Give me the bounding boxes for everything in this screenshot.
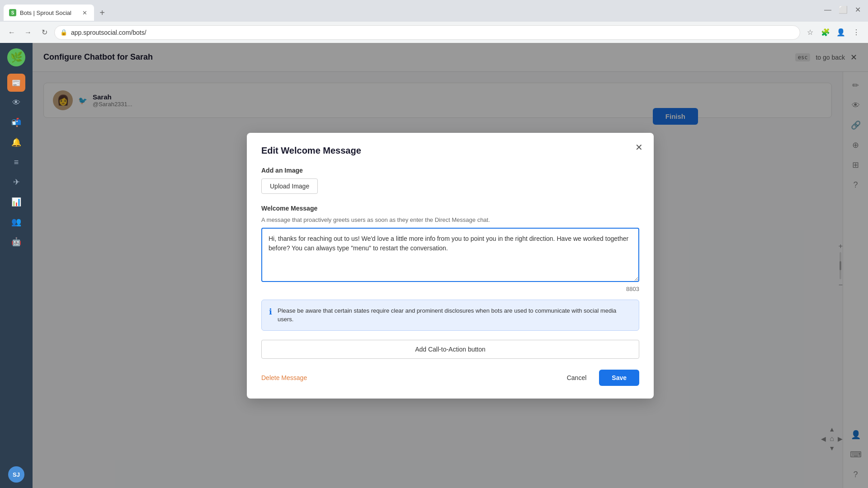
modal-backdrop: Edit Welcome Message ✕ Add an Image Uplo… (33, 43, 868, 488)
bookmark-star-button[interactable]: ☆ (804, 26, 816, 39)
footer-actions: Cancel Save (560, 370, 639, 386)
window-controls: — ⬜ ✕ (824, 5, 861, 14)
sidebar-icon-contacts[interactable]: 👥 (7, 213, 25, 231)
modal-footer: Delete Message Cancel Save (261, 370, 639, 386)
sidebar-icon-inbox[interactable]: 📬 (7, 113, 25, 131)
refresh-button[interactable]: ↻ (38, 26, 51, 39)
active-tab[interactable]: S Bots | Sprout Social ✕ (4, 5, 94, 21)
delete-message-link[interactable]: Delete Message (261, 374, 307, 381)
main-content: Configure Chatbot for Sarah esc to go ba… (33, 43, 868, 488)
address-bar[interactable]: 🔒 app.sproutsocial.com/bots/ (54, 25, 800, 40)
cancel-button[interactable]: Cancel (560, 370, 594, 386)
upload-image-button[interactable]: Upload Image (261, 178, 318, 194)
save-button[interactable]: Save (599, 370, 639, 386)
url-text: app.sproutsocial.com/bots/ (71, 29, 146, 36)
sidebar-icon-publishing[interactable]: ✈ (7, 173, 25, 191)
browser-controls: ← → ↻ 🔒 app.sproutsocial.com/bots/ ☆ 🧩 👤… (0, 22, 868, 43)
ssl-icon: 🔒 (60, 29, 67, 36)
extensions-button[interactable]: 🧩 (819, 26, 832, 39)
char-count: 8803 (261, 286, 639, 292)
menu-button[interactable]: ⋮ (850, 26, 863, 39)
info-box: ℹ Please be aware that certain states re… (261, 300, 639, 331)
sidebar-icon-bots[interactable]: 🤖 (7, 233, 25, 251)
message-section-label: Welcome Message (261, 205, 639, 212)
user-avatar-sidebar[interactable]: SJ (8, 466, 24, 483)
sidebar-icon-monitor[interactable]: 👁 (7, 94, 25, 112)
modal-title: Edit Welcome Message (261, 145, 639, 156)
sidebar-icon-notifications[interactable]: 🔔 (7, 133, 25, 151)
browser-chrome: S Bots | Sprout Social ✕ + — ⬜ ✕ ← → ↻ 🔒… (0, 0, 868, 43)
new-tab-button[interactable]: + (96, 6, 108, 19)
profile-button[interactable]: 👤 (835, 26, 847, 39)
app-container: 🌿 📰 👁 📬 🔔 ≡ ✈ 📊 👥 🤖 SJ Configure Chatbot… (0, 43, 868, 488)
sidebar-icon-feed[interactable]: 📰 (7, 74, 25, 92)
sprout-logo[interactable]: 🌿 (7, 48, 25, 66)
image-section-label: Add an Image (261, 167, 639, 174)
sidebar-icon-tasks[interactable]: ≡ (7, 153, 25, 171)
add-cta-button[interactable]: Add Call-to-Action button (261, 340, 639, 359)
tab-favicon: S (9, 9, 16, 16)
maximize-button[interactable]: ⬜ (839, 5, 848, 14)
minimize-button[interactable]: — (824, 6, 831, 14)
back-button[interactable]: ← (5, 26, 18, 39)
sidebar-left: 🌿 📰 👁 📬 🔔 ≡ ✈ 📊 👥 🤖 SJ (0, 43, 33, 488)
tab-close-button[interactable]: ✕ (80, 9, 89, 17)
welcome-message-textarea[interactable]: Hi, thanks for reaching out to us! We'd … (261, 228, 639, 282)
tab-bar: S Bots | Sprout Social ✕ + — ⬜ ✕ (0, 0, 868, 22)
sidebar-icon-analytics[interactable]: 📊 (7, 193, 25, 211)
info-text: Please be aware that certain states requ… (278, 306, 632, 324)
info-icon: ℹ (269, 307, 272, 317)
message-description: A message that proactively greets users … (261, 216, 639, 223)
browser-actions: ☆ 🧩 👤 ⋮ (804, 26, 863, 39)
window-close-button[interactable]: ✕ (855, 5, 861, 14)
edit-welcome-message-modal: Edit Welcome Message ✕ Add an Image Uplo… (247, 133, 654, 399)
modal-close-button[interactable]: ✕ (635, 142, 643, 153)
welcome-message-section: Welcome Message A message that proactive… (261, 205, 639, 292)
tab-title: Bots | Sprout Social (20, 9, 71, 16)
forward-button[interactable]: → (22, 26, 34, 39)
